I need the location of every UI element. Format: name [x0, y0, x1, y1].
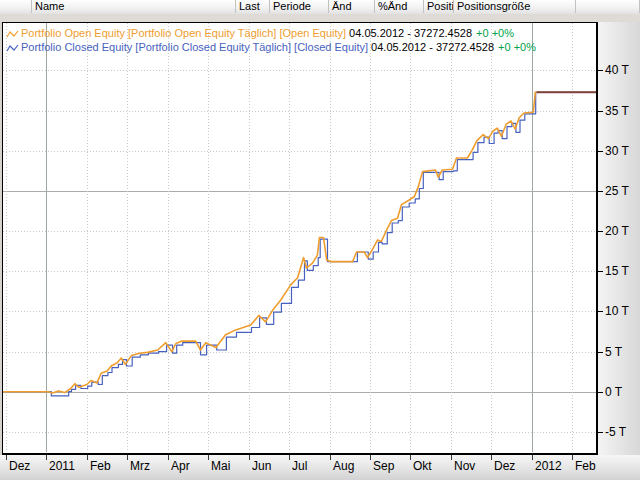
- x-tick-mark: [46, 455, 47, 460]
- x-tick-label: Feb: [575, 459, 596, 473]
- x-tick-mark: [127, 455, 128, 460]
- y-tick-mark: [598, 432, 603, 433]
- line-series-icon: [6, 29, 19, 39]
- x-tick-label: Jun: [252, 459, 271, 473]
- y-tick-label: 10 T: [598, 304, 629, 318]
- y-tick-label: 0 T: [598, 385, 622, 399]
- y-tick-mark: [598, 111, 603, 112]
- x-tick-mark: [572, 455, 573, 460]
- y-tick-label: 20 T: [598, 224, 629, 238]
- x-tick-label: Dez: [494, 459, 515, 473]
- x-tick-label: 2011: [49, 459, 75, 473]
- x-tick-mark: [491, 455, 492, 460]
- legend-date-value: 04.05.2012 - 37272.4528: [371, 41, 494, 53]
- x-tick-mark: [208, 455, 209, 460]
- column-header-periode[interactable]: Periode: [270, 0, 329, 13]
- x-tick-mark: [451, 455, 452, 460]
- x-tick-label: 2012: [535, 459, 562, 473]
- header-gap: [0, 14, 640, 22]
- legend-row-closed-equity[interactable]: Portfolio Closed Equity [Portfolio Close…: [6, 40, 536, 54]
- legend-change: +0 +0%: [476, 27, 514, 39]
- chart-legend: Portfolio Open Equity [Portfolio Open Eq…: [6, 26, 536, 54]
- column-header-blank[interactable]: [0, 0, 32, 13]
- x-tick-label: Feb: [90, 459, 111, 473]
- legend-label: Portfolio Open Equity [Portfolio Open Eq…: [21, 27, 346, 39]
- column-header-aend[interactable]: Änd: [329, 0, 375, 13]
- x-tick-mark: [532, 455, 533, 460]
- chart-plot-area[interactable]: [3, 23, 596, 452]
- y-tick-mark: [598, 151, 603, 152]
- y-tick-mark: [598, 231, 603, 232]
- series-line-closed-equity: [3, 92, 596, 396]
- x-tick-label: Mrz: [130, 459, 150, 473]
- y-tick-mark: [598, 352, 603, 353]
- y-tick-label: 40 T: [598, 63, 629, 77]
- x-tick-mark: [168, 455, 169, 460]
- x-tick-label: Jul: [292, 459, 307, 473]
- y-tick-mark: [598, 191, 603, 192]
- y-tick-label: 35 T: [598, 104, 629, 118]
- y-tick-mark: [598, 311, 603, 312]
- legend-label: Portfolio Closed Equity [Portfolio Close…: [21, 41, 368, 53]
- table-column-header: NameLastPeriodeÄnd%ÄndPositiPositionsgrö…: [0, 0, 640, 15]
- x-tick-mark: [249, 455, 250, 460]
- y-tick-mark: [598, 271, 603, 272]
- x-tick-mark: [370, 455, 371, 460]
- y-tick-label: 30 T: [598, 144, 629, 158]
- x-tick-label: Nov: [454, 459, 475, 473]
- y-axis: 40 T35 T30 T25 T20 T15 T10 T5 T0 T-5 T: [598, 22, 640, 455]
- x-axis: Dez2011FebMrzAprMaiJunJulAugSepOktNovDez…: [0, 455, 640, 480]
- column-header-positi[interactable]: Positi: [424, 0, 454, 13]
- legend-change: +0 +0%: [498, 41, 536, 53]
- y-tick-label: 25 T: [598, 184, 629, 198]
- y-tick-mark: [598, 70, 603, 71]
- x-tick-label: Aug: [333, 459, 354, 473]
- x-tick-mark: [6, 455, 7, 460]
- x-tick-label: Okt: [413, 459, 432, 473]
- y-tick-label: -5 T: [598, 425, 626, 439]
- equity-chart-panel[interactable]: [2, 22, 598, 455]
- legend-row-open-equity[interactable]: Portfolio Open Equity [Portfolio Open Eq…: [6, 26, 536, 40]
- y-tick-mark: [598, 392, 603, 393]
- x-tick-mark: [87, 455, 88, 460]
- x-tick-label: Dez: [9, 459, 30, 473]
- x-tick-label: Sep: [373, 459, 394, 473]
- line-series-icon: [6, 43, 19, 53]
- column-header-last[interactable]: Last: [236, 0, 270, 13]
- legend-date-value: 04.05.2012 - 37272.4528: [349, 27, 472, 39]
- y-tick-label: 5 T: [598, 345, 622, 359]
- column-header-filler[interactable]: [576, 0, 640, 13]
- column-header-posgroesse[interactable]: Positionsgröße: [454, 0, 576, 13]
- x-tick-mark: [410, 455, 411, 460]
- x-tick-mark: [330, 455, 331, 460]
- x-tick-label: Apr: [171, 459, 190, 473]
- column-header-pct-aend[interactable]: %Änd: [375, 0, 424, 13]
- x-tick-label: Mai: [211, 459, 230, 473]
- x-tick-mark: [289, 455, 290, 460]
- y-tick-label: 15 T: [598, 264, 629, 278]
- column-header-name[interactable]: Name: [32, 0, 236, 13]
